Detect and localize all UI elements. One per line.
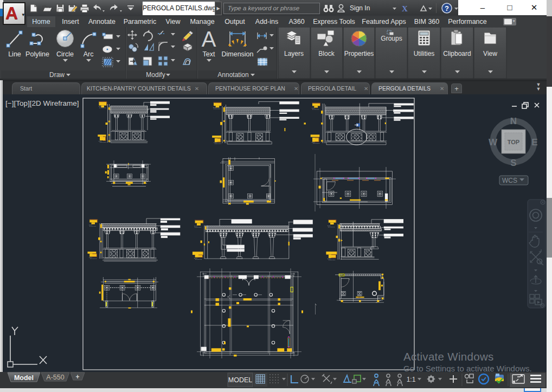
svg-text:E: E xyxy=(531,137,537,147)
svg-text:TOP: TOP xyxy=(508,139,519,145)
svg-text:Block: Block xyxy=(318,50,335,57)
svg-text:Polyline: Polyline xyxy=(25,50,49,58)
svg-text:?: ? xyxy=(445,4,449,12)
svg-text:Modify: Modify xyxy=(146,71,165,79)
svg-text:MODEL: MODEL xyxy=(228,376,253,384)
svg-text:N: N xyxy=(510,116,517,126)
svg-text:Draw: Draw xyxy=(49,71,65,79)
svg-text:Circle: Circle xyxy=(56,50,74,58)
svg-text:Properties: Properties xyxy=(344,50,374,57)
svg-text:Arc: Arc xyxy=(84,50,94,58)
svg-text:X: X xyxy=(402,4,408,13)
svg-text:Model: Model xyxy=(14,374,34,382)
svg-text:Groups: Groups xyxy=(381,35,402,42)
svg-text:A: A xyxy=(202,27,216,51)
svg-text:Utilities: Utilities xyxy=(414,50,435,57)
svg-text:A-550: A-550 xyxy=(46,374,64,381)
svg-text:Line: Line xyxy=(8,50,21,58)
svg-text:W: W xyxy=(489,137,498,147)
svg-text:Layers: Layers xyxy=(284,50,304,57)
svg-text:Dimension: Dimension xyxy=(221,50,253,58)
svg-text:Clipboard: Clipboard xyxy=(443,50,471,57)
svg-text:S: S xyxy=(510,158,516,168)
svg-text:Annotation: Annotation xyxy=(217,71,248,79)
svg-text:1:1: 1:1 xyxy=(407,376,416,383)
svg-text:+: + xyxy=(75,373,79,381)
svg-text:WCS: WCS xyxy=(502,177,517,184)
svg-text:Text: Text xyxy=(203,50,215,58)
svg-text:View: View xyxy=(483,50,497,57)
